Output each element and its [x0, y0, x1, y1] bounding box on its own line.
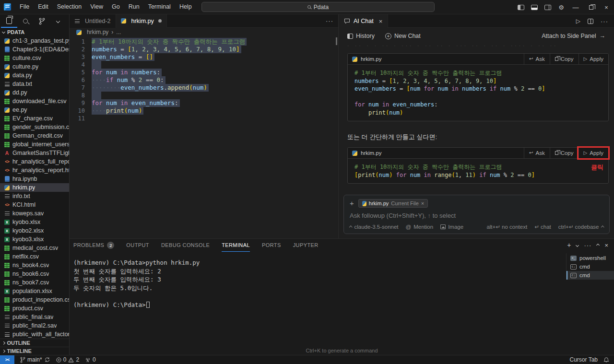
attach-side-panel-button[interactable]: Attach to Side Panel →	[542, 33, 605, 39]
notifications-button[interactable]	[601, 355, 614, 364]
file-item[interactable]: public_with_all_factor	[0, 330, 69, 339]
file-item[interactable]: ch1-3_pandas_test.py	[0, 36, 69, 45]
close-panel-icon[interactable]: ×	[604, 242, 608, 249]
panel-tab-terminal[interactable]: TERMINAL	[222, 239, 250, 252]
file-item[interactable]: koweps.sav	[0, 209, 69, 218]
panel-tab-problems[interactable]: PROBLEMS2	[73, 239, 114, 252]
file-item[interactable]: data.py	[0, 71, 69, 80]
chat-input-box[interactable]: + hrkim.py Current File × Ask followup (…	[343, 195, 610, 234]
source-control-icon[interactable]	[34, 15, 50, 28]
more-actions-icon[interactable]: ···	[601, 18, 608, 25]
file-item[interactable]: ns_book6.csv	[0, 270, 69, 278]
add-context-button[interactable]: +	[350, 200, 354, 207]
codebase-hint[interactable]: ctrl+↵ codebase	[558, 223, 603, 230]
explorer-root-header[interactable]: PDATA	[0, 28, 69, 36]
menu-edit[interactable]: Edit	[34, 0, 53, 14]
file-item[interactable]: hr_analytics_report.ht...	[0, 166, 69, 175]
file-item[interactable]: kyobo3.xlsx	[0, 235, 69, 244]
file-item[interactable]: EV_charge.csv	[0, 114, 69, 123]
new-terminal-button[interactable]: +	[567, 241, 571, 249]
file-item[interactable]: kyobo.xlsx	[0, 218, 69, 226]
command-center-search[interactable]: Pdata	[201, 2, 435, 12]
toggle-panel-icon[interactable]	[531, 5, 538, 10]
editor-scrollbar[interactable]	[336, 37, 337, 45]
file-item[interactable]: ns_book7.csv	[0, 278, 69, 287]
code-editor[interactable]: 1# 1부터 10까지의 숫자 중 짝수만 출력하는 프로그램2numbers …	[70, 36, 338, 122]
terminal-instance-powershell[interactable]: powershell	[567, 254, 614, 262]
context-chip[interactable]: hrkim.py Current File ×	[358, 199, 428, 208]
outline-section[interactable]: OUTLINE	[0, 339, 69, 347]
chat-input-placeholder[interactable]: Ask followup (Ctrl+Shift+Y), ↑ to select	[350, 212, 603, 219]
file-item[interactable]: netflix.csv	[0, 252, 69, 261]
panel-tab-ports[interactable]: PORTS	[262, 239, 281, 252]
run-icon[interactable]: ▷	[576, 18, 580, 24]
restore-button[interactable]	[583, 0, 599, 14]
file-item[interactable]: Chapter3-1(EDA&Des...	[0, 45, 69, 54]
file-item[interactable]: data.txt	[0, 80, 69, 88]
file-item[interactable]: GmarketSansTTFLight...	[0, 149, 69, 157]
file-item[interactable]: product_inspection.csv	[0, 295, 69, 304]
file-item[interactable]: ee.py	[0, 106, 69, 114]
file-item[interactable]: product.csv	[0, 304, 69, 313]
mention-button[interactable]: @ Mention	[406, 224, 434, 230]
file-item[interactable]: hr_analytics_full_repor...	[0, 157, 69, 166]
history-button[interactable]: History	[347, 33, 375, 39]
panel-tab-jupyter[interactable]: JUPYTER	[293, 239, 319, 252]
panel-tab-output[interactable]: OUTPUT	[126, 239, 149, 252]
close-window-button[interactable]: ×	[599, 0, 614, 14]
file-item[interactable]: public_final2.sav	[0, 321, 69, 330]
file-item[interactable]: population.xlsx	[0, 287, 69, 295]
tab-ai-chat[interactable]: AI Chat ×	[339, 14, 388, 28]
more-views-icon[interactable]	[50, 15, 66, 28]
menu-help[interactable]: Help	[175, 0, 196, 14]
tab-untitled-2[interactable]: Untitled-2	[70, 14, 116, 28]
remote-indicator[interactable]: ><	[0, 355, 14, 364]
file-item[interactable]: hrkim.py	[0, 183, 69, 192]
cursor-tab-indicator[interactable]: Cursor Tab	[567, 355, 601, 364]
tab-hrkim.py[interactable]: hrkim.py	[116, 14, 167, 28]
file-item[interactable]: gender_submission.csv	[0, 123, 69, 131]
maximize-panel-icon[interactable]	[596, 243, 600, 247]
search-activity-icon[interactable]	[17, 15, 34, 28]
file-item[interactable]: global_internet_users....	[0, 140, 69, 149]
file-item[interactable]: German_credit.csv	[0, 131, 69, 140]
menu-go[interactable]: Go	[107, 0, 124, 14]
file-item[interactable]: medical_cost.csv	[0, 244, 69, 252]
tab-overflow-button[interactable]: ···	[326, 17, 333, 24]
menu-selection[interactable]: Selection	[53, 0, 86, 14]
image-button[interactable]: Image	[440, 224, 463, 230]
menu-terminal[interactable]: Terminal	[144, 0, 175, 14]
copy-button[interactable]: Copy	[550, 54, 579, 64]
terminal-instance-cmd[interactable]: cmd	[567, 271, 614, 280]
file-item[interactable]: public_final.sav	[0, 313, 69, 321]
toggle-secondary-sidebar-icon[interactable]	[544, 5, 551, 10]
minimize-button[interactable]: —	[568, 0, 583, 14]
new-chat-button[interactable]: + New Chat	[385, 33, 421, 39]
panel-tab-debug-console[interactable]: DEBUG CONSOLE	[161, 239, 210, 252]
file-item[interactable]: ns_book4.csv	[0, 261, 69, 270]
split-editor-icon[interactable]	[588, 19, 593, 24]
file-item[interactable]: info.txt	[0, 192, 69, 200]
toggle-sidebar-icon[interactable]	[518, 5, 524, 10]
branch-indicator[interactable]: main*	[17, 355, 53, 364]
breadcrumb[interactable]: hrkim.py › ...	[70, 28, 338, 36]
ask-button[interactable]: ↩Ask	[524, 54, 550, 64]
close-chat-icon[interactable]: ×	[379, 18, 383, 25]
menu-run[interactable]: Run	[124, 0, 144, 14]
chip-close-icon[interactable]: ×	[421, 200, 424, 206]
problems-indicator[interactable]: 0 2	[53, 355, 82, 364]
model-selector[interactable]: claude-3.5-sonnet	[350, 224, 399, 230]
terminal-dropdown-icon[interactable]	[576, 243, 579, 247]
file-item[interactable]: hra.ipynb	[0, 175, 69, 183]
chat-submit-hint[interactable]: ↵ chat	[534, 223, 551, 230]
terminal-instance-cmd[interactable]: cmd	[567, 262, 614, 271]
apply-button-annotated[interactable]: ▷Apply	[579, 148, 608, 158]
file-item[interactable]: downloaded_file.csv	[0, 97, 69, 106]
explorer-icon[interactable]	[1, 15, 17, 28]
timeline-section[interactable]: TIMELINE	[0, 347, 69, 355]
ports-indicator[interactable]: 0	[82, 355, 99, 364]
gear-icon[interactable]: ⚙	[558, 4, 564, 11]
file-item[interactable]: culture.py	[0, 62, 69, 71]
menu-file[interactable]: File	[15, 0, 34, 14]
copy-button[interactable]: Copy	[550, 148, 579, 158]
